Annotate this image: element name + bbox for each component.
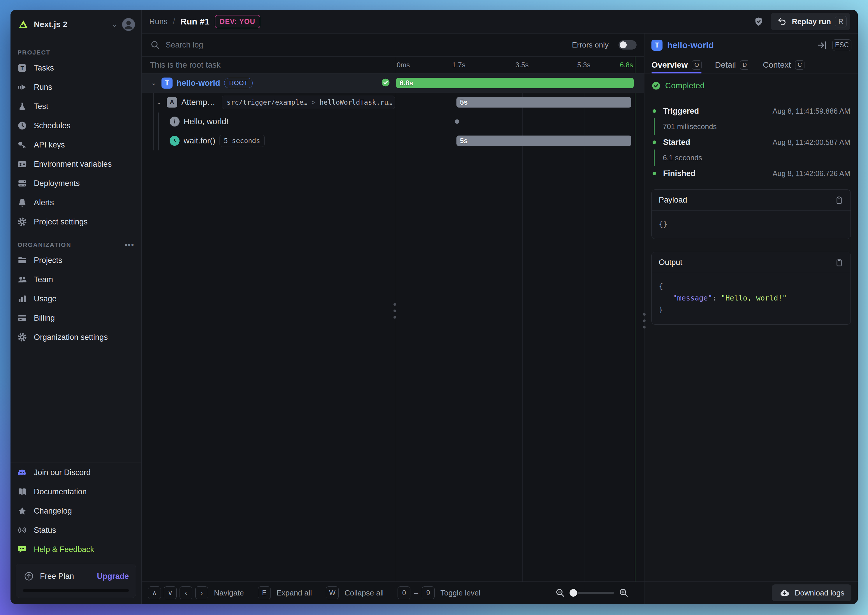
payload-title: Payload bbox=[659, 195, 687, 204]
chevron-down-icon[interactable]: ⌄ bbox=[155, 98, 162, 106]
sidebar-item-alerts[interactable]: Alerts bbox=[11, 193, 141, 212]
errors-only-toggle[interactable] bbox=[618, 40, 637, 50]
flask-icon bbox=[16, 101, 28, 112]
download-logs-button[interactable]: Download logs bbox=[772, 584, 851, 601]
level-from-key[interactable]: 0 bbox=[398, 587, 411, 599]
breadcrumb-separator: / bbox=[173, 17, 175, 26]
avatar[interactable] bbox=[122, 18, 135, 31]
output-card: Output { "message": "Hello, world!" } bbox=[651, 252, 851, 325]
project-name: Next.js 2 bbox=[34, 20, 67, 29]
nav-left-key[interactable]: ‹ bbox=[180, 587, 192, 599]
replay-run-button[interactable]: Replay run R bbox=[771, 13, 850, 30]
root-badge: ROOT bbox=[224, 78, 253, 88]
tab-detail[interactable]: Detail D bbox=[715, 56, 749, 73]
run-inspector: T hello-world ESC Overview O Detail D bbox=[644, 34, 858, 604]
search-input[interactable] bbox=[165, 41, 567, 50]
org-menu-icon[interactable]: ••• bbox=[125, 240, 134, 250]
nav-down-key[interactable]: ∨ bbox=[164, 587, 176, 599]
sidebar-item-test[interactable]: Test bbox=[11, 97, 141, 116]
trace-row-log[interactable]: Hello, world! bbox=[142, 112, 644, 131]
copy-icon[interactable] bbox=[835, 196, 843, 204]
upgrade-link[interactable]: Upgrade bbox=[97, 572, 129, 581]
nav-up-key[interactable]: ∧ bbox=[148, 587, 161, 599]
event-time: Aug 8, 11:42:06.726 AM bbox=[773, 169, 850, 178]
expand-all-key[interactable]: E bbox=[258, 587, 271, 599]
event-dot bbox=[653, 109, 656, 113]
zoom-slider-knob[interactable] bbox=[570, 589, 577, 597]
task-type-icon: T bbox=[651, 40, 662, 51]
zoom-in-icon[interactable] bbox=[618, 588, 629, 598]
breadcrumb-runs[interactable]: Runs bbox=[149, 17, 168, 26]
event-dot bbox=[653, 172, 656, 175]
tab-overview[interactable]: Overview O bbox=[651, 56, 702, 73]
star-icon bbox=[16, 505, 28, 517]
level-to-key[interactable]: 9 bbox=[422, 587, 435, 599]
cloud-download-icon bbox=[779, 588, 790, 598]
wait-title: wait.for() bbox=[184, 136, 215, 145]
sidebar-item-team[interactable]: Team bbox=[11, 270, 141, 289]
zoom-out-icon[interactable] bbox=[554, 588, 566, 598]
sidebar-item-runs[interactable]: Runs bbox=[11, 78, 141, 97]
tab-overview-key: O bbox=[692, 60, 702, 70]
sidebar-item-projects[interactable]: Projects bbox=[11, 251, 141, 270]
sidebar-item-status[interactable]: Status bbox=[11, 521, 141, 540]
collapse-all-key[interactable]: W bbox=[326, 587, 339, 599]
broadcast-icon bbox=[16, 524, 28, 536]
duration-bar-attempt[interactable]: 5s bbox=[456, 97, 631, 108]
event-gap: 6.1 seconds bbox=[654, 150, 850, 166]
server-icon bbox=[16, 178, 28, 189]
sidebar-item-changelog[interactable]: Changelog bbox=[11, 501, 141, 521]
chevron-down-icon[interactable]: ⌄ bbox=[150, 79, 158, 87]
search-icon bbox=[149, 41, 161, 49]
trigger-logo-icon bbox=[17, 19, 29, 30]
trace-row-attempt[interactable]: ⌄ A Attemp… src/trigger/example… > hello… bbox=[142, 93, 644, 112]
sidebar-item-deployments[interactable]: Deployments bbox=[11, 174, 141, 193]
task-title: hello-world bbox=[176, 78, 220, 88]
trace-row-hello-world[interactable]: ⌄ T hello-world ROOT 6.8s bbox=[142, 73, 644, 93]
duration-bar-wait[interactable]: 5s bbox=[456, 136, 631, 146]
page-title: Run #1 bbox=[180, 17, 209, 27]
trace-row-wait[interactable]: wait.for() 5 seconds 5s bbox=[142, 131, 644, 150]
sidebar-item-tasks[interactable]: T Tasks bbox=[11, 58, 141, 78]
tick-6-8s: 6.8s bbox=[620, 61, 633, 69]
sidebar-item-environment-variables[interactable]: Environment variables bbox=[11, 155, 141, 174]
run-events: Triggered Aug 8, 11:41:59.886 AM 701 mil… bbox=[645, 98, 858, 181]
sidebar-item-organization-settings[interactable]: Organization settings bbox=[11, 328, 141, 347]
inspector-resize-handle[interactable] bbox=[643, 313, 646, 328]
event-gap: 701 milliseconds bbox=[654, 118, 850, 135]
sidebar-item-help-feedback[interactable]: Help & Feedback bbox=[11, 540, 141, 559]
shield-check-icon[interactable] bbox=[753, 16, 765, 27]
timeline-resize-handle[interactable] bbox=[393, 303, 396, 318]
nav-right-key[interactable]: › bbox=[195, 587, 208, 599]
log-message: Hello, world! bbox=[184, 117, 228, 126]
key-icon bbox=[16, 139, 28, 151]
event-finished: Finished Aug 8, 11:42:06.726 AM bbox=[653, 166, 850, 181]
log-footer: ∧ ∨ ‹ › Navigate E Expand all W Collapse… bbox=[142, 581, 644, 604]
log-event-dot[interactable] bbox=[455, 120, 459, 124]
timeline-zoom-slider[interactable] bbox=[570, 592, 614, 594]
collapse-panel-icon[interactable] bbox=[816, 41, 828, 50]
clock-icon bbox=[16, 120, 28, 131]
duration-bar-root[interactable]: 6.8s bbox=[396, 78, 634, 88]
sidebar-item-discord[interactable]: Join our Discord bbox=[11, 463, 141, 482]
esc-key[interactable]: ESC bbox=[832, 39, 851, 51]
gear-icon bbox=[16, 216, 28, 228]
discord-icon bbox=[16, 467, 28, 478]
copy-icon[interactable] bbox=[835, 258, 843, 267]
tab-context[interactable]: Context C bbox=[763, 56, 804, 73]
sidebar-item-usage[interactable]: Usage bbox=[11, 289, 141, 308]
tick-0ms: 0ms bbox=[397, 61, 410, 69]
event-triggered: Triggered Aug 8, 11:41:59.886 AM bbox=[653, 104, 850, 118]
upgrade-arrow-icon bbox=[23, 570, 35, 582]
plan-name: Free Plan bbox=[40, 572, 74, 581]
chevron-down-icon[interactable]: ⌄ bbox=[112, 20, 117, 28]
sidebar-item-billing[interactable]: Billing bbox=[11, 308, 141, 328]
chat-bubble-icon bbox=[16, 543, 28, 555]
people-icon bbox=[16, 274, 28, 286]
sidebar-item-project-settings[interactable]: Project settings bbox=[11, 212, 141, 231]
sidebar-item-schedules[interactable]: Schedules bbox=[11, 116, 141, 135]
id-card-icon bbox=[16, 158, 28, 170]
sidebar-item-api-keys[interactable]: API keys bbox=[11, 135, 141, 155]
project-switcher[interactable]: Next.js 2 ⌄ bbox=[11, 10, 141, 39]
sidebar-item-documentation[interactable]: Documentation bbox=[11, 482, 141, 501]
